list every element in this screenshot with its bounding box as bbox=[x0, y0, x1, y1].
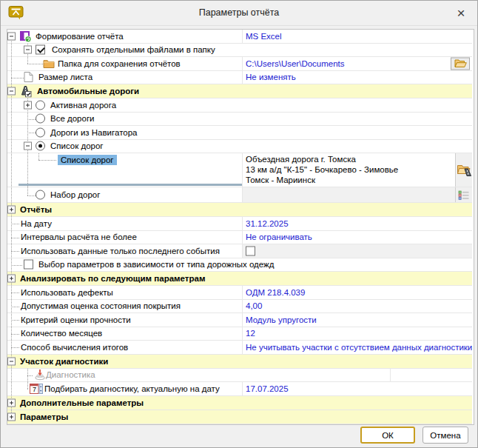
expander-minus-icon[interactable] bbox=[24, 46, 32, 54]
value-cell-bg bbox=[242, 187, 472, 202]
row-strength-criterion[interactable]: Критерий оценки прочностиМодуль упругост… bbox=[7, 313, 472, 327]
row-months-count[interactable]: Количество месяцев12 bbox=[7, 327, 472, 341]
row-report-format[interactable]: Формирование отчётаMS Excel bbox=[7, 30, 472, 44]
row-label: Сохранять отдельными файлами в папку bbox=[52, 45, 215, 54]
row-use-defects[interactable]: Использовать дефектыОДМ 218.4.039 bbox=[7, 286, 472, 300]
row-value[interactable]: C:\Users\User\Documents bbox=[246, 59, 345, 68]
radio-off[interactable] bbox=[36, 114, 45, 124]
row-value[interactable]: Модуль упругости bbox=[246, 315, 317, 324]
property-grid: Формирование отчётаMS ExcelСохранять отд… bbox=[7, 29, 474, 425]
row-value[interactable]: 31.12.2025 bbox=[246, 219, 289, 228]
value-checkbox-unchecked[interactable] bbox=[246, 246, 255, 255]
row-label: Автомобильные дороги bbox=[37, 87, 139, 96]
column-divider bbox=[242, 313, 243, 327]
row-diagnostics[interactable]: Диагностика bbox=[7, 369, 472, 383]
column-divider bbox=[242, 231, 243, 244]
checkbox-unchecked[interactable] bbox=[24, 260, 33, 270]
row-side-cell[interactable] bbox=[455, 187, 472, 202]
row-last-event-data[interactable]: Использовать данные только последнего со… bbox=[7, 244, 472, 258]
row-label: Выбор параметров в зависимости от типа д… bbox=[38, 260, 275, 269]
expander-minus-icon[interactable] bbox=[24, 142, 32, 150]
column-divider bbox=[242, 382, 243, 395]
row-allowed-condition[interactable]: Допустимая оценка состояния покрытия4,00 bbox=[7, 300, 472, 314]
row-road-set[interactable]: Набор дорог bbox=[7, 187, 472, 203]
column-divider bbox=[242, 217, 243, 230]
row-sheet-size[interactable]: Размер листаНе изменять bbox=[7, 71, 472, 85]
expander-minus-icon[interactable] bbox=[7, 357, 16, 365]
column-divider bbox=[242, 327, 243, 341]
expander-plus-icon[interactable] bbox=[7, 398, 16, 407]
row-on-date[interactable]: На дату31.12.2025 bbox=[7, 217, 472, 231]
browse-folder-button[interactable] bbox=[451, 57, 470, 70]
column-divider bbox=[242, 286, 243, 299]
expander-plus-icon[interactable] bbox=[7, 275, 16, 283]
row-label: Дороги из Навигатора bbox=[50, 128, 137, 137]
row-value[interactable]: ОДМ 218.4.039 bbox=[246, 288, 305, 297]
row-value-multiline[interactable]: Объездная дорога г. Томска13 км а/д "К-1… bbox=[246, 155, 398, 185]
row-navigator-roads[interactable]: Дороги из Навигатора bbox=[7, 126, 472, 140]
row-params-section[interactable]: Параметры bbox=[7, 410, 472, 424]
row-label: Набор дорог bbox=[50, 190, 100, 199]
row-auto-roads-section[interactable]: Автомобильные дороги bbox=[7, 84, 472, 98]
row-pavement-type-params[interactable]: Выбор параметров в зависимости от типа д… bbox=[7, 258, 472, 273]
expander-plus-icon[interactable] bbox=[24, 101, 32, 109]
diag-icon bbox=[34, 369, 46, 381]
row-calc-intervals[interactable]: Интервалы расчёта не болееНе ограничиват… bbox=[7, 231, 472, 245]
radio-off[interactable] bbox=[36, 190, 45, 200]
row-value[interactable]: Не ограничивать bbox=[246, 233, 312, 241]
report-icon bbox=[19, 30, 32, 42]
row-save-folder[interactable]: Папка для сохранения отчётовC:\Users\Use… bbox=[7, 57, 472, 71]
row-label: Дополнительные параметры bbox=[20, 398, 144, 407]
row-side-cell[interactable] bbox=[455, 153, 472, 187]
column-divider bbox=[242, 71, 243, 84]
row-additional-params-section[interactable]: Дополнительные параметры bbox=[7, 396, 472, 410]
row-value[interactable]: 4,00 bbox=[246, 301, 262, 310]
row-label: Использовать дефекты bbox=[21, 288, 113, 297]
row-totals-method[interactable]: Способ вычисления итоговНе учитывать уча… bbox=[7, 341, 472, 355]
row-save-separate-files[interactable]: Сохранять отдельными файлами в папку bbox=[7, 44, 472, 58]
row-all-roads[interactable]: Все дороги bbox=[7, 113, 472, 127]
expander-minus-icon[interactable] bbox=[7, 32, 16, 40]
row-value[interactable]: MS Excel bbox=[246, 32, 282, 41]
row-label: Формирование отчёта bbox=[36, 32, 124, 41]
row-diagnostics-section[interactable]: Участок диагностики bbox=[7, 355, 472, 369]
radio-on[interactable] bbox=[36, 141, 45, 151]
titlebar[interactable]: Параметры отчёта × bbox=[1, 1, 477, 26]
row-analyze-section[interactable]: Анализировать по следующим параметрам bbox=[7, 272, 472, 286]
page-icon bbox=[24, 72, 33, 83]
row-resize-bar[interactable] bbox=[18, 184, 242, 186]
row-road-list[interactable]: Список дорогОбъездная дорога г. Томска13… bbox=[7, 153, 472, 187]
cancel-button[interactable]: Отмена bbox=[423, 427, 468, 444]
row-label: Список дорог bbox=[50, 141, 104, 150]
column-divider bbox=[242, 244, 243, 258]
row-label: На дату bbox=[21, 219, 52, 228]
row-value[interactable]: Не изменять bbox=[246, 73, 296, 81]
row-label: Количество месяцев bbox=[21, 329, 102, 338]
column-divider bbox=[242, 57, 243, 70]
row-value[interactable]: 12 bbox=[246, 329, 255, 338]
row-reports-section[interactable]: Отчёты bbox=[7, 203, 472, 217]
row-label: Критерий оценки прочности bbox=[21, 315, 131, 324]
expander-plus-icon[interactable] bbox=[7, 412, 16, 421]
row-value[interactable]: 17.07.2025 bbox=[246, 384, 289, 393]
row-road-list-option[interactable]: Список дорог bbox=[7, 140, 472, 154]
dialog-title: Параметры отчёта bbox=[1, 7, 477, 18]
row-diagnostics-date[interactable]: 7Подбирать диагностику, актуальную на да… bbox=[7, 382, 472, 396]
column-divider bbox=[390, 369, 391, 382]
column-divider bbox=[242, 30, 243, 43]
radio-off[interactable] bbox=[36, 127, 45, 137]
column-divider bbox=[242, 300, 243, 313]
row-value[interactable]: Не учитывать участки с отсутствием данны… bbox=[246, 343, 472, 352]
row-label: Все дороги bbox=[50, 114, 95, 123]
open-folder-icon bbox=[454, 59, 467, 68]
ok-button[interactable]: ОК bbox=[360, 427, 415, 444]
calendar-icon: 7 bbox=[30, 384, 43, 394]
checkbox-checked[interactable] bbox=[36, 45, 45, 55]
expander-plus-icon[interactable] bbox=[7, 206, 16, 214]
close-icon[interactable]: × bbox=[452, 4, 470, 22]
row-label: Диагностика bbox=[46, 370, 95, 379]
svg-text:7: 7 bbox=[33, 386, 36, 393]
radio-off[interactable] bbox=[36, 100, 45, 110]
expander-minus-icon[interactable] bbox=[7, 87, 16, 96]
row-active-road[interactable]: Активная дорога bbox=[7, 98, 472, 113]
